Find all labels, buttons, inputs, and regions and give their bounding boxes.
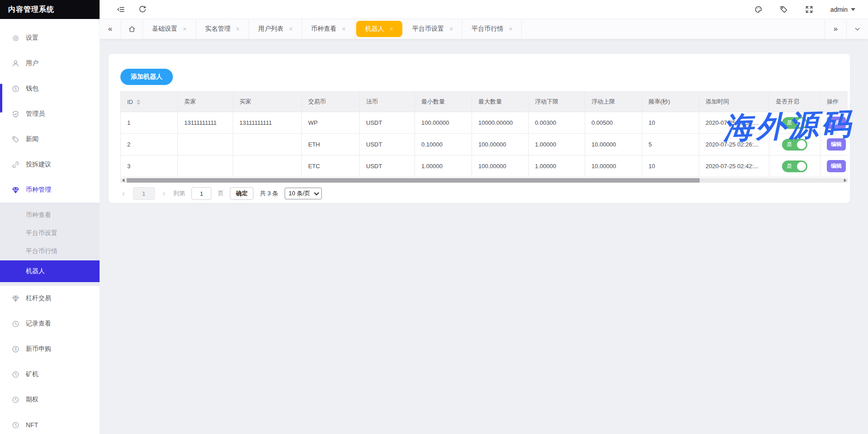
sort-icon[interactable] bbox=[137, 99, 140, 105]
enabled-toggle[interactable]: 是 bbox=[782, 117, 807, 129]
refresh-icon[interactable] bbox=[138, 5, 147, 14]
goto-page-input[interactable] bbox=[191, 187, 211, 200]
sidebar-item-wallet[interactable]: $ 钱包 bbox=[0, 76, 100, 101]
tab-platform-coin-settings[interactable]: 平台币设置 × bbox=[403, 19, 463, 39]
menu-fold-icon[interactable] bbox=[117, 5, 125, 14]
collapse-tabs-icon[interactable]: « bbox=[100, 19, 121, 39]
sidebar-item-label: 新币申购 bbox=[26, 345, 51, 353]
palette-icon[interactable] bbox=[754, 5, 763, 14]
enabled-toggle[interactable]: 是 bbox=[782, 160, 807, 172]
tag-icon[interactable] bbox=[780, 5, 788, 14]
submenu-item-platform-coin-settings[interactable]: 平台币设置 bbox=[0, 224, 100, 242]
cell-float-min: 0.00300 bbox=[529, 112, 585, 134]
col-added-time: 添加时间 bbox=[699, 92, 769, 112]
clock-icon bbox=[12, 421, 19, 429]
home-icon[interactable] bbox=[121, 19, 143, 39]
dollar-circle-icon: $ bbox=[12, 345, 19, 353]
close-icon[interactable]: × bbox=[342, 25, 346, 33]
sidebar-item-label: 新闻 bbox=[26, 135, 38, 143]
close-icon[interactable]: × bbox=[236, 25, 239, 33]
col-max: 最大数量 bbox=[472, 92, 529, 112]
submenu-item-platform-coin-market[interactable]: 平台币行情 bbox=[0, 242, 100, 260]
clock-icon bbox=[12, 320, 19, 328]
cell-trade-coin: ETH bbox=[302, 134, 360, 156]
active-indicator bbox=[0, 84, 2, 113]
tab-realname-management[interactable]: 实名管理 × bbox=[196, 19, 249, 39]
next-page-icon[interactable]: › bbox=[161, 189, 167, 198]
edit-button[interactable]: 编辑 bbox=[827, 160, 846, 172]
submenu-item-robot[interactable]: 机器人 bbox=[0, 260, 100, 282]
page-size-value: 10 条/页 bbox=[289, 189, 310, 198]
edit-button[interactable]: 编辑 bbox=[827, 117, 846, 129]
page-size-select[interactable]: 10 条/页 bbox=[285, 188, 322, 199]
toggle-knob bbox=[797, 140, 806, 149]
sidebar-item-nft[interactable]: NFT bbox=[0, 412, 100, 434]
sidebar-item-miner[interactable]: 矿机 bbox=[0, 362, 100, 387]
edit-button[interactable]: 编辑 bbox=[827, 138, 846, 151]
shield-check-icon bbox=[12, 110, 19, 118]
sidebar-item-users[interactable]: 用户 bbox=[0, 51, 100, 76]
sidebar-item-news[interactable]: 新闻 bbox=[0, 127, 100, 152]
sidebar-item-records[interactable]: 记录查看 bbox=[0, 311, 100, 336]
close-icon[interactable]: × bbox=[289, 25, 292, 33]
chevron-down-icon bbox=[314, 190, 319, 195]
content-area: 海外源码 添加机器人 ID bbox=[100, 39, 868, 434]
cell-float-max: 0.00500 bbox=[585, 112, 642, 134]
scroll-right-icon[interactable] bbox=[842, 178, 848, 183]
tab-user-list[interactable]: 用户列表 × bbox=[249, 19, 302, 39]
add-robot-button[interactable]: 添加机器人 bbox=[120, 69, 173, 85]
tab-robot[interactable]: 机器人 × bbox=[356, 21, 402, 37]
col-buyer: 买家 bbox=[233, 92, 302, 112]
caret-down-icon bbox=[851, 8, 855, 11]
cell-buyer bbox=[233, 156, 302, 177]
prev-page-icon[interactable]: ‹ bbox=[120, 189, 127, 198]
col-fiat: 法币 bbox=[360, 92, 415, 112]
diamond-icon bbox=[12, 295, 19, 302]
sidebar-item-settings[interactable]: 设置 bbox=[0, 25, 100, 51]
user-menu[interactable]: admin bbox=[830, 6, 855, 13]
cell-seller: 13111111111 bbox=[178, 112, 233, 134]
expand-tabs-icon[interactable]: » bbox=[825, 19, 846, 39]
confirm-button[interactable]: 确定 bbox=[230, 187, 253, 200]
sidebar-item-label: 设置 bbox=[26, 34, 38, 42]
col-frequency: 频率(秒) bbox=[642, 92, 699, 112]
chevron-down-icon[interactable] bbox=[846, 19, 868, 39]
cell-trade-coin: ETC bbox=[302, 156, 360, 177]
close-icon[interactable]: × bbox=[509, 25, 512, 33]
sidebar-item-options[interactable]: 期权 bbox=[0, 387, 100, 412]
cell-float-max: 10.00000 bbox=[585, 156, 642, 177]
cell-float-max: 10.00000 bbox=[585, 134, 642, 156]
cell-min: 100.00000 bbox=[415, 112, 472, 134]
sidebar-item-coin-management[interactable]: 币种管理 bbox=[0, 177, 100, 203]
sidebar-item-new-coin[interactable]: $ 新币申购 bbox=[0, 336, 100, 362]
tab-coin-view[interactable]: 币种查看 × bbox=[302, 19, 355, 39]
col-id[interactable]: ID bbox=[121, 92, 178, 112]
cell-buyer: 13111111111 bbox=[233, 112, 302, 134]
tab-basic-settings[interactable]: 基础设置 × bbox=[143, 19, 196, 39]
cell-frequency: 5 bbox=[642, 134, 699, 156]
submenu-item-coin-view[interactable]: 币种查看 bbox=[0, 206, 100, 224]
fullscreen-icon[interactable] bbox=[805, 5, 813, 14]
sidebar-item-leverage[interactable]: 杠杆交易 bbox=[0, 286, 100, 311]
scroll-left-icon[interactable] bbox=[120, 178, 126, 183]
tab-bar: « 基础设置 × 实名管理 × 用户列表 × 币种查看 × 机器人 bbox=[100, 19, 868, 39]
scrollbar-thumb[interactable] bbox=[127, 178, 700, 183]
clock-icon bbox=[12, 396, 19, 404]
close-icon[interactable]: × bbox=[183, 25, 186, 33]
cell-float-min: 1.00000 bbox=[529, 134, 585, 156]
horizontal-scrollbar[interactable] bbox=[120, 178, 848, 183]
tag-icon bbox=[12, 136, 19, 143]
close-icon[interactable]: × bbox=[390, 25, 393, 33]
cell-buyer bbox=[233, 134, 302, 156]
tab-label: 平台币行情 bbox=[472, 25, 503, 33]
current-page[interactable]: 1 bbox=[133, 187, 155, 200]
close-icon[interactable]: × bbox=[449, 25, 453, 33]
enabled-toggle[interactable]: 是 bbox=[782, 139, 807, 151]
tab-platform-coin-market[interactable]: 平台币行情 × bbox=[463, 19, 522, 39]
sidebar-item-admins[interactable]: 管理员 bbox=[0, 101, 100, 127]
col-enabled: 是否开启 bbox=[769, 92, 820, 112]
toggle-knob bbox=[797, 162, 806, 171]
sidebar-item-feedback[interactable]: 投拆建议 bbox=[0, 152, 100, 177]
diamond-icon bbox=[12, 186, 19, 194]
total-count-label: 共 3 条 bbox=[260, 189, 278, 198]
